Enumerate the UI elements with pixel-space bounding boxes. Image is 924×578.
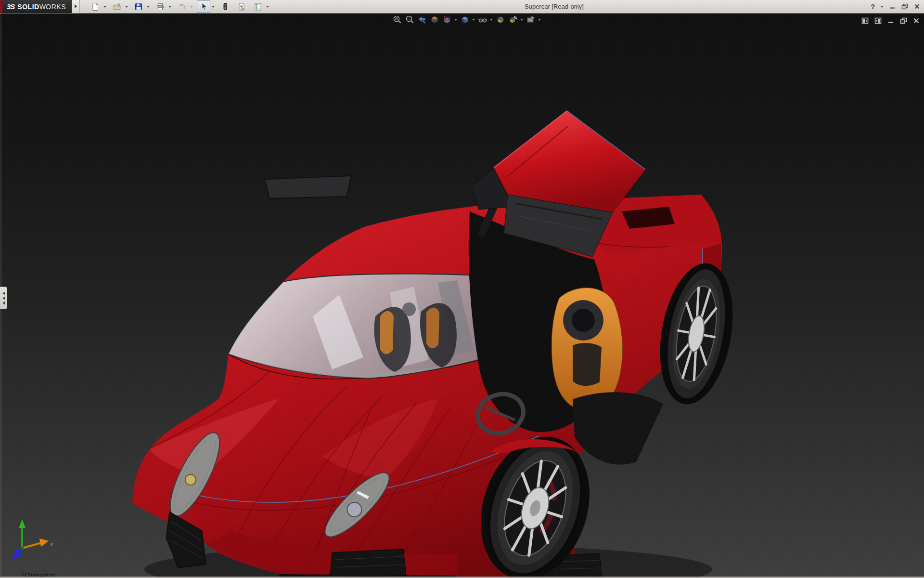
apply-scene-icon [508, 15, 518, 25]
doc-minimize-button[interactable] [887, 17, 894, 25]
select-cursor-icon [199, 2, 208, 11]
doc-restore-button[interactable] [900, 17, 907, 25]
new-document-icon [91, 2, 100, 11]
orange-seat [552, 288, 622, 410]
zoom-to-area-button[interactable] [404, 14, 415, 25]
save-dropdown[interactable] [145, 1, 151, 13]
pane-right-button[interactable] [874, 17, 882, 25]
standard-toolbar [89, 0, 273, 13]
close-button[interactable] [914, 2, 920, 12]
expand-left-arrow-icon [2, 302, 5, 304]
restore-icon [901, 3, 908, 10]
display-style-icon [460, 15, 470, 25]
apply-scene-dropdown[interactable] [520, 14, 524, 25]
new-document-dropdown[interactable] [102, 1, 107, 13]
save-button[interactable] [132, 0, 145, 13]
display-style-button[interactable] [459, 14, 470, 25]
document-window-controls [861, 17, 920, 25]
undo-button[interactable] [175, 0, 189, 13]
heads-up-view-toolbar [391, 14, 541, 25]
rebuild-traffic-light-icon [221, 2, 230, 11]
save-icon [134, 2, 143, 11]
file-properties-icon [237, 2, 246, 11]
menu-flyout-button[interactable] [72, 0, 80, 13]
titlebar: 3S SOLIDWORKS [0, 0, 924, 13]
x-axis-label: x [50, 541, 53, 548]
view-settings-icon [526, 15, 536, 25]
previous-view-icon [417, 15, 427, 25]
new-document-button[interactable] [89, 0, 102, 13]
doc-close-icon [913, 17, 920, 24]
zoom-to-fit-button[interactable] [391, 14, 402, 25]
apply-scene-button[interactable] [507, 14, 518, 25]
roof-window [265, 176, 351, 198]
view-settings-dropdown[interactable] [538, 14, 541, 25]
doc-restore-icon [900, 17, 907, 24]
minimize-icon [889, 3, 896, 10]
rebuild-button[interactable] [218, 0, 232, 13]
pane-left-button[interactable] [861, 17, 869, 25]
hide-show-items-icon [478, 15, 488, 25]
rocker-shadow [573, 392, 663, 464]
minimize-button[interactable] [889, 2, 896, 12]
car-body [132, 195, 722, 578]
open-dropdown[interactable] [124, 1, 129, 13]
view-orientation-button[interactable] [441, 14, 452, 25]
window-controls: ? [871, 0, 920, 13]
close-icon [914, 3, 920, 10]
select-dropdown[interactable] [210, 1, 216, 13]
front-grille-center [330, 549, 406, 577]
flyout-arrow-icon [75, 4, 77, 8]
undo-dropdown[interactable] [189, 1, 194, 13]
zoom-to-fit-icon [392, 15, 402, 25]
feature-manager-collapsed-tab[interactable] [0, 287, 7, 309]
help-icon: ? [871, 3, 875, 11]
help-dropdown[interactable] [881, 2, 884, 12]
print-button[interactable] [154, 0, 167, 13]
section-view-icon [430, 15, 439, 25]
previous-view-button[interactable] [416, 14, 427, 25]
options-icon [254, 2, 262, 11]
hide-show-items-dropdown[interactable] [489, 14, 493, 25]
edit-appearance-icon [496, 15, 505, 25]
doc-minimize-icon [887, 17, 894, 24]
zoom-to-area-icon [405, 15, 414, 25]
document-title: Supercar [Read-only] [525, 0, 584, 13]
display-style-dropdown[interactable] [472, 14, 475, 25]
options-dropdown[interactable] [265, 1, 270, 13]
supercar-3d-model[interactable] [120, 90, 741, 578]
solidworks-logo: 3S SOLIDWORKS [0, 0, 72, 13]
select-button[interactable] [197, 0, 210, 13]
open-button[interactable] [110, 0, 124, 13]
expand-left-arrow-icon [2, 292, 5, 295]
print-dropdown[interactable] [167, 1, 172, 13]
edit-appearance-button[interactable] [495, 14, 506, 25]
expand-left-arrow-icon [2, 297, 5, 300]
help-button[interactable]: ? [871, 2, 875, 12]
view-orientation-dropdown[interactable] [454, 14, 458, 25]
section-view-button[interactable] [429, 14, 440, 25]
x-axis [22, 543, 41, 548]
graphics-viewport[interactable]: x *Dimetric [0, 13, 924, 578]
solidworks-window: 3S SOLIDWORKS [0, 0, 924, 578]
brand-glyph: 3S [7, 2, 14, 11]
brand-name-bold: SOLID [17, 3, 39, 11]
print-icon [156, 2, 165, 11]
orientation-triad: x [8, 518, 56, 565]
pane-left-icon [861, 17, 869, 24]
restore-button[interactable] [901, 2, 908, 12]
hide-show-items-button[interactable] [477, 14, 488, 25]
brand-name-light: WORKS [39, 3, 66, 11]
options-button[interactable] [251, 0, 265, 13]
pane-right-icon [874, 17, 882, 24]
file-properties-button[interactable] [235, 0, 248, 13]
undo-icon [178, 2, 186, 11]
view-orientation-icon [442, 15, 452, 25]
view-settings-button[interactable] [525, 14, 536, 25]
doc-close-button[interactable] [913, 17, 920, 25]
open-icon [113, 2, 121, 11]
